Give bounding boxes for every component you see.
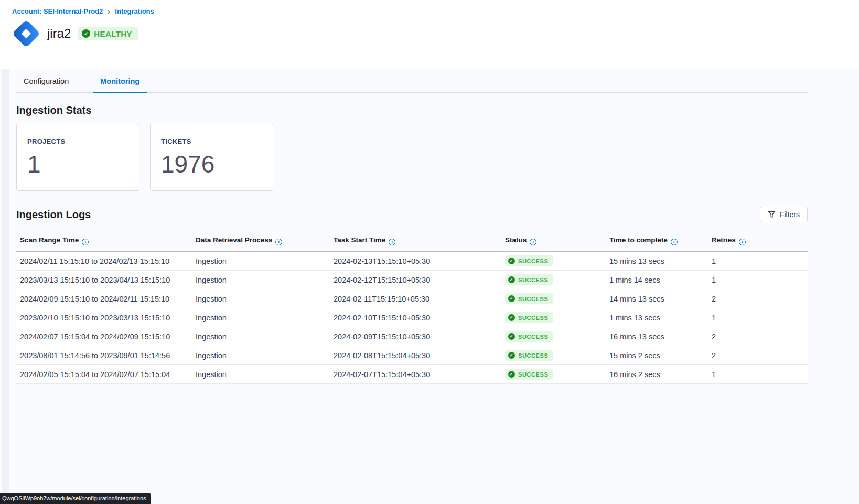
status-label: SUCCESS	[518, 277, 548, 283]
status-badge: ✓SUCCESS	[505, 293, 553, 304]
check-circle-icon: ✓	[508, 314, 515, 321]
health-status-label: HEALTHY	[94, 29, 132, 38]
column-header: Task Start Timei	[330, 229, 501, 252]
column-header-label: Retries	[712, 236, 736, 244]
column-header-label: Status	[505, 236, 527, 244]
ingestion-logs-heading: Ingestion Logs	[16, 209, 91, 221]
tab-bar: Configuration Monitoring	[16, 71, 808, 93]
check-circle-icon: ✓	[508, 371, 515, 378]
column-header-label: Data Retrieval Process	[196, 236, 272, 244]
breadcrumb-account-link[interactable]: Account: SEI-Internal-Prod2	[12, 7, 103, 15]
integration-title-row: jira2 ✓ HEALTHY	[12, 19, 859, 48]
table-row[interactable]: 2023/08/01 15:14:56 to 2023/09/01 15:14:…	[16, 346, 808, 365]
link-preview-status-bar: QwqOSllWp9ob7w/module/sei/configuration/…	[0, 493, 151, 504]
cell-status: ✓SUCCESS	[501, 289, 606, 308]
check-circle-icon: ✓	[508, 333, 515, 340]
cell-process: Ingestion	[192, 365, 330, 384]
stat-value: 1976	[161, 150, 262, 178]
column-header: Scan Range Timei	[16, 229, 192, 252]
chevron-right-icon: ›	[108, 7, 110, 15]
cell-retries: 2	[708, 346, 808, 365]
cell-scan-range: 2024/02/07 15:15:04 to 2024/02/09 15:15:…	[16, 327, 192, 346]
status-label: SUCCESS	[518, 296, 548, 302]
cell-scan-range: 2023/03/13 15:15:10 to 2023/04/13 15:15:…	[16, 271, 192, 289]
page-title: jira2	[47, 26, 71, 41]
cell-time-to-complete: 16 mins 2 secs	[606, 365, 708, 384]
cell-scan-range: 2024/02/09 15:15:10 to 2024/02/11 15:15:…	[16, 289, 192, 308]
cell-status: ✓SUCCESS	[501, 365, 606, 384]
info-icon[interactable]: i	[389, 239, 395, 245]
cell-time-to-complete: 14 mins 13 secs	[606, 289, 708, 308]
status-label: SUCCESS	[518, 258, 548, 264]
stat-cards: PROJECTS 1 TICKETS 1976	[16, 124, 808, 191]
stat-label: TICKETS	[161, 137, 262, 145]
cell-retries: 2	[708, 289, 808, 308]
cell-time-to-complete: 15 mins 13 secs	[606, 252, 708, 271]
cell-process: Ingestion	[192, 327, 330, 346]
ingestion-logs-table: Scan Range TimeiData Retrieval ProcessiT…	[16, 229, 808, 384]
stat-card-tickets: TICKETS 1976	[150, 124, 273, 191]
table-row[interactable]: 2024/02/09 15:15:10 to 2024/02/11 15:15:…	[16, 289, 808, 308]
status-badge: ✓SUCCESS	[505, 369, 553, 380]
cell-process: Ingestion	[192, 289, 330, 308]
cell-task-start: 2024-02-09T15:15:10+05:30	[330, 327, 501, 346]
cell-retries: 1	[708, 252, 808, 271]
tab-monitoring[interactable]: Monitoring	[93, 71, 147, 92]
table-row[interactable]: 2024/02/07 15:15:04 to 2024/02/09 15:15:…	[16, 327, 808, 346]
breadcrumb: Account: SEI-Internal-Prod2 › Integratio…	[12, 7, 859, 15]
cell-scan-range: 2023/02/10 15:15:10 to 2023/03/13 15:15:…	[16, 308, 192, 327]
tab-configuration[interactable]: Configuration	[16, 71, 76, 92]
status-badge: ✓SUCCESS	[505, 350, 553, 361]
info-icon[interactable]: i	[739, 239, 746, 245]
status-badge: ✓SUCCESS	[505, 312, 553, 323]
check-circle-icon: ✓	[508, 258, 515, 264]
column-header: Retriesi	[708, 229, 808, 252]
ingestion-logs-header: Ingestion Logs Filters	[16, 207, 808, 222]
status-label: SUCCESS	[518, 352, 548, 359]
status-label: SUCCESS	[518, 334, 548, 340]
check-circle-icon: ✓	[508, 276, 515, 283]
app-header: Account: SEI-Internal-Prod2 › Integratio…	[0, 0, 859, 69]
info-icon[interactable]: i	[671, 239, 678, 245]
cell-retries: 1	[708, 308, 808, 327]
status-label: SUCCESS	[518, 371, 548, 378]
check-circle-icon: ✓	[508, 352, 515, 359]
integration-monitoring-page: Account: SEI-Internal-Prod2 › Integratio…	[0, 0, 859, 504]
cell-status: ✓SUCCESS	[501, 346, 606, 365]
cell-task-start: 2024-02-12T15:15:10+05:30	[330, 271, 501, 289]
left-rail	[2, 69, 9, 504]
info-icon[interactable]: i	[275, 239, 282, 245]
status-badge: ✓SUCCESS	[505, 331, 553, 342]
cell-task-start: 2024-02-08T15:15:04+05:30	[330, 346, 501, 365]
logs-table-body: 2024/02/11 15:15:10 to 2024/02/13 15:15:…	[16, 252, 808, 384]
check-circle-icon: ✓	[82, 29, 90, 38]
table-row[interactable]: 2023/03/13 15:15:10 to 2023/04/13 15:15:…	[16, 271, 808, 289]
cell-time-to-complete: 15 mins 2 secs	[606, 346, 708, 365]
info-icon[interactable]: i	[530, 239, 536, 245]
table-row[interactable]: 2023/02/10 15:15:10 to 2023/03/13 15:15:…	[16, 308, 808, 327]
cell-process: Ingestion	[192, 346, 330, 365]
cell-process: Ingestion	[192, 271, 330, 289]
table-row[interactable]: 2024/02/05 15:15:04 to 2024/02/07 15:15:…	[16, 365, 808, 384]
column-header-label: Time to complete	[609, 236, 668, 244]
column-header: Time to completei	[606, 229, 708, 252]
status-badge: ✓SUCCESS	[505, 255, 553, 266]
cell-status: ✓SUCCESS	[501, 327, 606, 346]
info-icon[interactable]: i	[82, 239, 89, 245]
cell-time-to-complete: 1 mins 13 secs	[606, 308, 708, 327]
filters-button[interactable]: Filters	[760, 207, 808, 222]
cell-retries: 1	[708, 365, 808, 384]
cell-time-to-complete: 1 mins 14 secs	[606, 271, 708, 289]
cell-task-start: 2024-02-07T15:15:04+05:30	[330, 365, 501, 384]
breadcrumb-integrations-link[interactable]: Integrations	[115, 7, 154, 15]
cell-time-to-complete: 16 mins 13 secs	[606, 327, 708, 346]
check-circle-icon: ✓	[508, 295, 515, 302]
stat-value: 1	[27, 150, 128, 178]
column-header: Statusi	[501, 229, 606, 252]
main-content: Configuration Monitoring Ingestion Stats…	[0, 71, 859, 384]
table-row[interactable]: 2024/02/11 15:15:10 to 2024/02/13 15:15:…	[16, 252, 808, 271]
filters-button-label: Filters	[780, 210, 800, 219]
filter-funnel-icon	[768, 211, 776, 218]
cell-status: ✓SUCCESS	[501, 308, 606, 327]
cell-retries: 2	[708, 327, 808, 346]
